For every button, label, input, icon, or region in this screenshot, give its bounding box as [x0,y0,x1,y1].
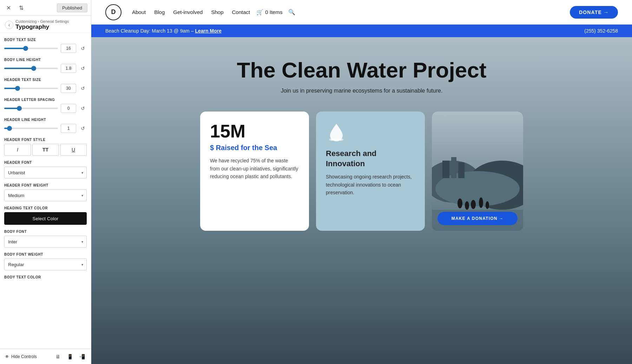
header-text-size-row: 30 ↺ [4,84,87,93]
body-text-size-slider[interactable] [4,48,58,49]
body-font-group: Body Font Inter Roboto Open Sans ▾ [4,230,87,248]
body-text-size-label: Body Text Size [4,38,87,42]
header-font-weight-group: Header Font Weight Regular Medium Bold ▾ [4,183,87,201]
header-font-label: Header Font [4,161,87,164]
body-font-weight-select-wrapper: Regular Medium Bold ▾ [4,258,87,270]
svg-rect-1 [329,139,333,141]
header-letter-spacing-reset[interactable]: ↺ [79,105,87,112]
body-font-weight-label: Body Font Weight [4,252,87,256]
site-hero: The Clean Water Project Join us in prese… [91,37,632,364]
header-letter-spacing-slider[interactable] [4,108,58,109]
heading-text-color-label: Heading Text Color [4,206,87,210]
close-button[interactable]: ✕ [4,3,13,13]
svg-rect-7 [442,161,449,178]
nav-item-contact[interactable]: Contact [232,9,250,15]
body-text-size-value[interactable]: 16 [61,44,76,53]
body-text-color-group: Body Text Color [4,275,87,279]
site-banner: Beach Cleanup Day: March 13 @ 9am – Lear… [91,25,632,37]
header-letter-spacing-value[interactable]: 0 [61,104,76,113]
site-logo: D [105,4,121,20]
header-line-height-slider[interactable] [4,128,58,129]
body-line-height-slider[interactable] [4,68,58,69]
header-text-size-value[interactable]: 30 [61,84,76,93]
nav-item-getinvolved[interactable]: Get-involved [173,9,203,15]
svg-point-12 [471,200,476,209]
header-font-style-row: I TT U [4,144,87,156]
underline-button[interactable]: U [60,144,87,156]
card-research: Research and Innovation Showcasing ongoi… [316,112,425,231]
card-image: MAKE A DONATION → [432,112,523,231]
site-preview: D About Blog Get-involved Shop Contact 🛒… [91,0,632,364]
published-badge[interactable]: Published [57,4,87,12]
nav-item-shop[interactable]: Shop [211,9,223,15]
body-font-select[interactable]: Inter Roboto Open Sans [4,236,87,248]
italic-button[interactable]: I [4,144,31,156]
back-button[interactable]: ‹ [5,21,13,29]
header-letter-spacing-group: Header Letter Spacing 0 ↺ [4,98,87,113]
cart-area[interactable]: 🛒 0 Items [256,9,282,15]
eye-icon: 👁 [5,354,9,359]
header-text-size-label: Header Text Size [4,78,87,82]
card-text: We have recycled 75% of the waste from o… [210,157,299,180]
header-text-size-slider[interactable] [4,88,58,89]
header-text-size-group: Header Text Size 30 ↺ [4,78,87,93]
banner-phone: (255) 352-6258 [584,28,618,34]
header-font-style-label: Header Font Style [4,138,87,142]
header-font-select[interactable]: Urbanist Inter Roboto Open Sans [4,167,87,178]
body-text-size-group: Body Text Size 16 ↺ [4,38,87,53]
tablet-view-button[interactable]: 📱 [65,352,74,361]
cards-row: 15M $ Raised for the Sea We have recycle… [200,112,523,231]
body-text-size-row: 16 ↺ [4,44,87,53]
body-line-height-label: Body Line Height [4,58,87,62]
search-icon[interactable]: 🔍 [287,7,297,18]
header-line-height-row: 1 ↺ [4,124,87,133]
header-font-weight-select[interactable]: Regular Medium Bold [4,189,87,201]
desktop-view-button[interactable]: 🖥 [53,352,62,361]
header-font-group: Header Font Urbanist Inter Roboto Open S… [4,161,87,178]
hide-controls-button[interactable]: 👁 Hide Controls [5,354,37,359]
breadcrumb-text: Customizing › General Settings Typograph… [15,19,69,31]
svg-rect-8 [451,157,456,178]
mobile-view-button[interactable]: 📲 [77,352,86,361]
card-research-heading: Research and Innovation [326,149,415,169]
heading-color-select-button[interactable]: Select Color [4,212,87,225]
body-line-height-value[interactable]: 1.8 [61,64,76,73]
card-label: $ Raised for the Sea [210,144,299,152]
header-line-height-value[interactable]: 1 [61,124,76,133]
svg-point-14 [486,201,489,209]
svg-point-11 [465,201,469,210]
nav-item-about[interactable]: About [132,9,146,15]
breadcrumb-path: Customizing › General Settings [15,19,69,23]
bold-button[interactable]: TT [32,144,59,156]
svg-point-10 [457,198,462,208]
banner-link[interactable]: Learn More [195,28,221,34]
hero-subtitle: Join us in preserving marine ecosystems … [281,88,443,94]
donate-button[interactable]: DONATE → [570,6,618,19]
header-letter-spacing-label: Header Letter Spacing [4,98,87,102]
panel-topbar: ✕ ⇅ Published [0,0,91,16]
body-font-weight-select[interactable]: Regular Medium Bold [4,258,87,270]
nav-links: About Blog Get-involved Shop Contact [132,9,250,15]
header-font-weight-label: Header Font Weight [4,183,87,187]
body-font-select-wrapper: Inter Roboto Open Sans ▾ [4,236,87,248]
body-font-label: Body Font [4,230,87,234]
body-line-height-row: 1.8 ↺ [4,64,87,73]
cart-label: 0 Items [265,9,282,15]
header-text-size-reset[interactable]: ↺ [79,85,87,92]
undo-redo-button[interactable]: ⇅ [16,3,26,13]
site-nav: D About Blog Get-involved Shop Contact 🛒… [91,0,632,25]
header-font-style-group: Header Font Style I TT U [4,138,87,156]
nav-item-blog[interactable]: Blog [154,9,165,15]
make-donation-button[interactable]: MAKE A DONATION → [437,212,518,225]
water-drop-icon [326,122,347,143]
header-font-select-wrapper: Urbanist Inter Roboto Open Sans ▾ [4,167,87,178]
hero-title: The Clean Water Project [237,58,487,82]
header-line-height-reset[interactable]: ↺ [79,124,87,132]
body-text-color-label: Body Text Color [4,275,87,279]
header-letter-spacing-row: 0 ↺ [4,104,87,113]
svg-point-13 [479,197,483,208]
body-line-height-reset[interactable]: ↺ [79,65,87,72]
body-text-size-reset[interactable]: ↺ [79,45,87,52]
heading-text-color-group: Heading Text Color Select Color [4,206,87,225]
card-stats: 15M $ Raised for the Sea We have recycle… [200,112,309,231]
